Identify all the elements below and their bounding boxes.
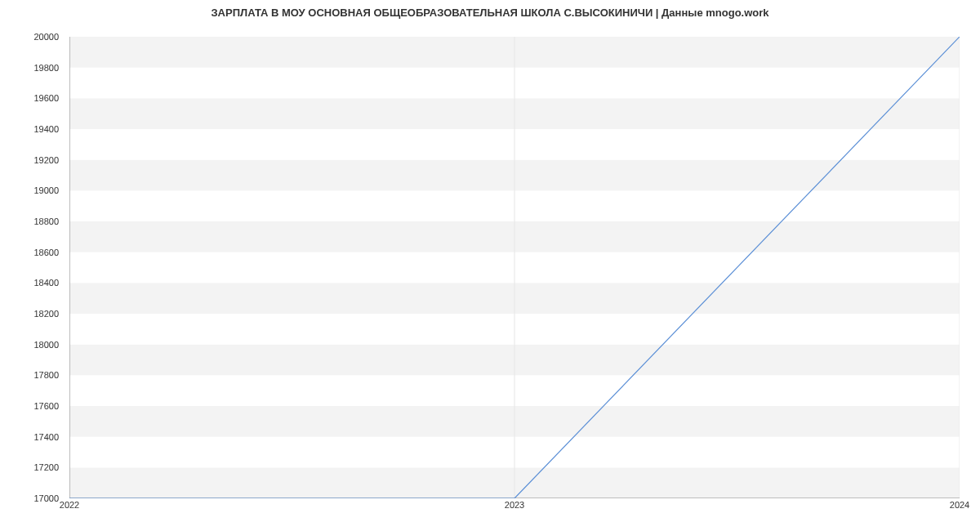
y-tick-label: 19800 <box>33 63 59 73</box>
x-axis-ticks: 202220232024 <box>69 500 960 516</box>
y-tick-label: 20000 <box>33 32 59 42</box>
chart-title: ЗАРПЛАТА В МОУ ОСНОВНАЯ ОБЩЕОБРАЗОВАТЕЛЬ… <box>0 7 980 19</box>
y-tick-label: 19600 <box>33 93 59 103</box>
x-tick-label: 2024 <box>950 500 969 510</box>
chart-container: ЗАРПЛАТА В МОУ ОСНОВНАЯ ОБЩЕОБРАЗОВАТЕЛЬ… <box>0 0 980 531</box>
y-tick-label: 18400 <box>33 278 59 288</box>
y-tick-label: 17000 <box>33 493 59 503</box>
y-tick-label: 18200 <box>33 309 59 319</box>
chart-svg <box>69 37 960 498</box>
x-tick-label: 2023 <box>505 500 524 510</box>
y-tick-label: 17400 <box>33 432 59 442</box>
y-tick-label: 17600 <box>33 401 59 411</box>
y-tick-label: 17800 <box>33 370 59 380</box>
plot-area <box>69 37 960 498</box>
y-axis-ticks: 1700017200174001760017800180001820018400… <box>0 37 65 498</box>
y-tick-label: 19200 <box>33 155 59 165</box>
y-tick-label: 19400 <box>33 124 59 134</box>
y-tick-label: 17200 <box>33 462 59 472</box>
x-tick-label: 2022 <box>60 500 79 510</box>
y-tick-label: 19000 <box>33 185 59 195</box>
y-tick-label: 18600 <box>33 248 59 257</box>
y-tick-label: 18800 <box>33 216 59 226</box>
y-tick-label: 18000 <box>33 340 59 350</box>
